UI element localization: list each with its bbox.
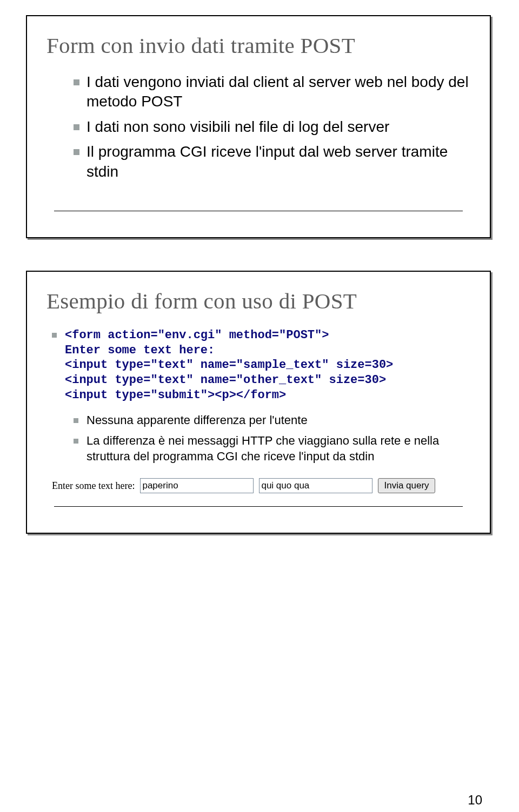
code-line: <input type="text" name="other_text" siz… <box>65 373 470 388</box>
bullet-item: La differenza è nei messaggi HTTP che vi… <box>74 433 470 464</box>
code-block: <form action="env.cgi" method="POST"> En… <box>65 328 470 403</box>
slide-post-example: Esempio di form con uso di POST <form ac… <box>26 271 491 534</box>
code-line: <form action="env.cgi" method="POST"> <box>52 328 470 343</box>
divider <box>54 211 463 211</box>
bullet-list: I dati vengono inviati dal client al ser… <box>52 72 470 182</box>
slide-title: Form con invio dati tramite POST <box>46 32 470 58</box>
submit-button[interactable]: Invia query <box>378 478 435 493</box>
bullet-item: Il programma CGI riceve l'input dal web … <box>74 142 470 182</box>
slide-post-form: Form con invio dati tramite POST I dati … <box>26 15 491 238</box>
bullet-list: Nessuna apparente differenza per l'utent… <box>52 413 470 465</box>
code-line: <input type="submit"><p></form> <box>65 388 470 403</box>
divider <box>54 506 463 507</box>
bullet-item: I dati non sono visibili nel file di log… <box>74 117 470 137</box>
slide-title: Esempio di form con uso di POST <box>46 288 470 314</box>
form-preview: Enter some text here: Invia query <box>52 478 470 493</box>
code-line: Enter some text here: <box>65 343 470 358</box>
bullet-item: Nessuna apparente differenza per l'utent… <box>74 413 470 428</box>
form-label: Enter some text here: <box>52 480 135 492</box>
sample-text-input[interactable] <box>140 478 254 493</box>
other-text-input[interactable] <box>259 478 372 493</box>
bullet-item: I dati vengono inviati dal client al ser… <box>74 72 470 112</box>
code-line: <input type="text" name="sample_text" si… <box>65 358 470 373</box>
